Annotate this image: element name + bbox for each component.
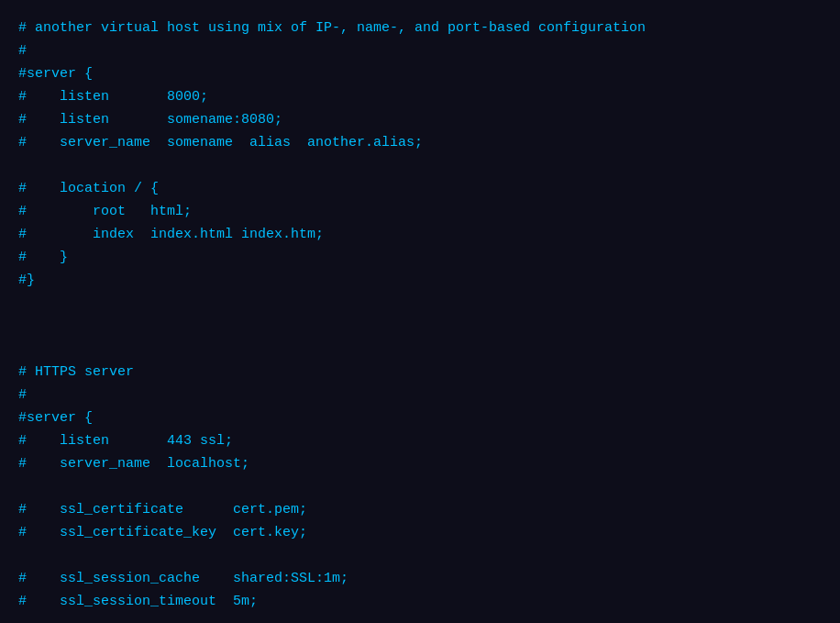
code-line [18, 613, 822, 623]
code-line: # server_name somename alias another.ali… [18, 131, 822, 154]
code-line: # listen 8000; [18, 85, 822, 108]
code-line: # ssl_certificate cert.pem; [18, 498, 822, 521]
code-line: # index index.html index.htm; [18, 223, 822, 246]
code-line: # } [18, 246, 822, 269]
code-line: #server { [18, 406, 822, 429]
code-line: # ssl_certificate_key cert.key; [18, 521, 822, 544]
code-line [18, 292, 822, 315]
code-line: # root html; [18, 200, 822, 223]
code-line: # server_name localhost; [18, 452, 822, 475]
code-line: # location / { [18, 177, 822, 200]
code-line [18, 475, 822, 498]
code-line [18, 154, 822, 177]
code-line [18, 315, 822, 338]
code-line: # another virtual host using mix of IP-,… [18, 17, 822, 39]
code-line: #} [18, 269, 822, 292]
code-line: # ssl_session_timeout 5m; [18, 590, 822, 613]
code-editor: # another virtual host using mix of IP-,… [0, 0, 840, 623]
code-line: # listen 443 ssl; [18, 429, 822, 452]
code-line: # ssl_session_cache shared:SSL:1m; [18, 567, 822, 590]
code-line [18, 544, 822, 567]
code-line: #server { [18, 62, 822, 85]
code-line: # [18, 384, 822, 406]
code-line: # listen somename:8080; [18, 108, 822, 131]
code-line: # HTTPS server [18, 361, 822, 384]
code-line [18, 338, 822, 361]
code-line: # [18, 39, 822, 62]
